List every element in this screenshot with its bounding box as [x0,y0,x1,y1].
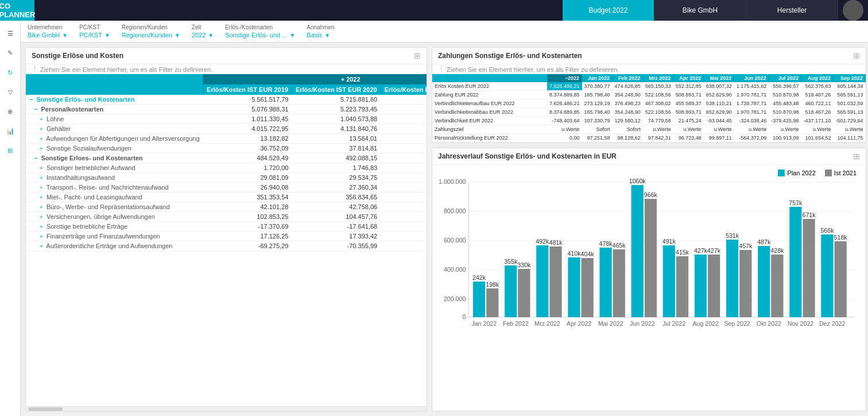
svg-rect-14 [486,288,498,317]
sidebar-table-icon[interactable]: ⊞ [2,142,18,159]
left-panel-grid-icon[interactable]: ⊞ [414,51,421,60]
svg-rect-29 [582,258,594,317]
sidebar-refresh-icon[interactable]: ↻ [2,64,18,80]
payments-title: Zahlungen Sonstige Erlös- und Kostenarte… [438,52,582,60]
table-row: + Löhne 1.011.330,451.040.573,881.030.35… [26,114,427,124]
filter-value-annahmen[interactable]: Basis ▼ [307,32,334,38]
sidebar-edit-icon[interactable]: ✎ [2,45,18,61]
filter-value-unternehmen[interactable]: Bike GmbH ▼ [28,32,68,38]
svg-text:Mai 2022: Mai 2022 [598,320,623,327]
table-row: + Miet-, Pacht- und Leasingaufwand 351.3… [26,192,427,202]
sidebar-chart-icon[interactable]: 📊 [2,123,18,139]
col-header-2019: Erlös/Kosten IST EUR 2019 [203,84,292,95]
svg-rect-48 [695,255,707,317]
table-row: + Instandhaltungsaufwand 29.081,0929.534… [26,173,427,183]
chart-title: Jahresverlauf Sonstige Erlös- und Kosten… [438,152,617,160]
svg-text:491k: 491k [662,238,676,245]
payments-table: −2022 Jan 2022 Feb 2022 Mrz 2022 Apr 202… [432,74,866,142]
sidebar-globe-icon[interactable]: ⊕ [2,103,18,120]
header: COPLANNER Budget 2022 Bike GmbH Herstell… [0,0,868,21]
svg-text:1060k: 1060k [629,178,646,184]
svg-text:566k: 566k [820,227,834,234]
bar-chart-svg: 1.000.000 800.000 600.000 400.000 200.00… [438,171,860,332]
col-header-2020: Erlös/Kosten IST EUR 2020 [292,84,381,95]
svg-text:Jan 2022: Jan 2022 [471,320,497,327]
sidebar-menu-icon[interactable]: ☰ [2,25,18,41]
table-row: + Außerordentliche Erträge und Aufwendun… [26,241,427,251]
svg-text:427k: 427k [707,247,721,254]
svg-text:404k: 404k [581,251,595,257]
svg-text:492k: 492k [536,238,549,245]
table-row: Personalrückstellung EUR 2022 0,0097.251… [432,134,866,142]
left-panel-drag-hint: ⋮ Ziehen Sie ein Element hierher, um es … [26,64,427,74]
svg-rect-43 [663,245,675,317]
filter-erlos[interactable]: Erlös-/Kostenarten Sonstige Erlös- und .… [225,24,295,38]
filter-regionen[interactable]: Regionen/Kunden Regionen/Kunden ▼ [122,24,180,38]
avatar [843,0,863,21]
svg-text:757k: 757k [789,199,803,206]
svg-rect-44 [676,256,688,317]
filter-arrow-annahmen: ▼ [324,32,330,38]
filter-value-regionen[interactable]: Regionen/Kunden ▼ [122,32,180,38]
filter-arrow-unternehmen: ▼ [62,32,68,38]
filter-value-pc-kst[interactable]: PC/KST ▼ [79,32,110,38]
filter-label-unternehmen: Unternehmen [28,24,68,30]
svg-text:330k: 330k [517,261,531,268]
svg-rect-23 [536,245,548,317]
filter-arrow-regionen: ▼ [175,32,180,38]
table-row: − Sonstige Erloes- und Kostenarten 484.5… [26,153,427,163]
svg-text:Okt 2022: Okt 2022 [757,320,781,327]
chart-grid-icon[interactable]: ⊞ [853,152,860,161]
svg-rect-13 [473,282,485,317]
col-header-2021: Erlös/Kosten IST EUR 2021 [381,84,427,95]
filter-annahmen[interactable]: Annahmen Basis ▼ [307,24,334,38]
filter-pc-kst[interactable]: PC/KST PC/KST ▼ [79,24,110,38]
year-header: + 2022 [203,74,427,84]
sidebar-filter-icon[interactable]: ▽ [2,84,18,100]
filter-value-erlos[interactable]: Sonstige Erlös- und ... ▼ [225,32,295,38]
svg-rect-58 [758,246,770,317]
svg-text:0: 0 [462,313,466,320]
svg-rect-24 [549,246,561,317]
table-row: Zahlungsziel u.WerteSofortSofortu.Werteu… [432,125,866,134]
svg-text:465k: 465k [613,242,626,249]
table-row: Erlös Kosten EUR 2022 7.626.486,21 370.3… [432,82,866,91]
svg-text:Apr 2022: Apr 2022 [567,320,591,327]
tab-budget-2022[interactable]: Budget 2022 [563,0,654,21]
svg-text:410k: 410k [567,250,581,257]
filter-label-zeit: Zeit [192,24,214,30]
filter-value-zeit[interactable]: 2022 ▼ [192,32,214,38]
svg-text:Sep 2022: Sep 2022 [724,320,751,327]
table-row: Verbindlichkeitenaufbau EUR 2022 7.626.4… [432,99,866,108]
table-row: + Transport-, Reise- und Nachrichtenaufw… [26,183,427,192]
svg-text:Aug 2022: Aug 2022 [692,320,719,327]
table-row: − Personalkostenarten 5.076.988,315.223.… [26,105,427,114]
svg-rect-53 [726,240,738,317]
svg-rect-39 [645,199,657,317]
left-panel: Sonstige Erlöse und Kosten ⊞ ⋮ Ziehen Si… [25,47,427,411]
svg-rect-34 [613,249,625,317]
tab-bike-gmbh[interactable]: Bike GmbH [654,0,746,21]
svg-rect-69 [835,241,847,317]
svg-rect-33 [599,248,611,317]
svg-text:200.000: 200.000 [444,295,466,302]
logo: COPLANNER [0,0,34,21]
filter-unternehmen[interactable]: Unternehmen Bike GmbH ▼ [28,24,68,38]
svg-rect-19 [518,269,530,317]
svg-text:400.000: 400.000 [444,266,466,273]
filter-zeit[interactable]: Zeit 2022 ▼ [192,24,214,38]
table-row: Verbindlichkeitenabbau EUR 2022 8.374.88… [432,108,866,117]
payments-panel: Zahlungen Sonstige Erlös- und Kostenarte… [432,47,866,143]
table-row: Zahlung EUR 2022 8.374.889,85165.798,403… [432,91,866,99]
filter-label-regionen: Regionen/Kunden [122,24,180,30]
svg-rect-18 [505,265,517,317]
left-panel-title: Sonstige Erlöse und Kosten [32,52,123,60]
svg-text:457k: 457k [739,242,753,249]
table-row: − Sonstige Erlös- und Kostenarten 5.561.… [26,95,427,105]
svg-text:966k: 966k [644,191,658,198]
svg-rect-64 [803,219,815,317]
payments-grid-icon[interactable]: ⊞ [853,51,860,60]
tab-hersteller[interactable]: Hersteller [746,0,838,21]
filter-label-pc-kst: PC/KST [79,24,110,30]
legend-ist-2021: Ist 2021 [834,170,857,176]
